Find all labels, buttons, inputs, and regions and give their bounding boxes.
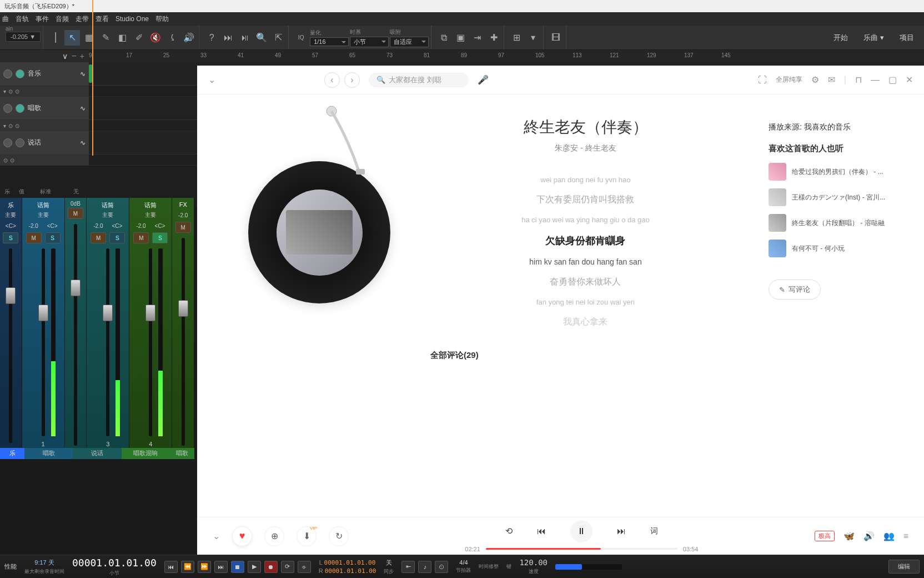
duplicate-icon[interactable]: ⧉ — [436, 30, 451, 46]
ripple-icon[interactable]: ⇥ — [469, 30, 485, 46]
expand-icon[interactable]: ⛶ — [758, 75, 767, 85]
add-playlist-icon[interactable]: ⊕ — [264, 526, 284, 546]
mixer-label[interactable]: 唱歌 — [24, 448, 73, 459]
project-button[interactable]: 项目 — [893, 31, 921, 45]
bend-tool-icon[interactable]: ⤹ — [164, 30, 180, 46]
gear-icon[interactable]: ⚙ — [811, 74, 819, 85]
track-arm-icon[interactable] — [16, 138, 24, 147]
zoom-icon[interactable]: 🔍 — [254, 30, 269, 46]
chevron-down-icon[interactable]: ▾ — [525, 30, 541, 46]
forward-icon[interactable]: ⏩ — [198, 561, 211, 573]
refresh-icon[interactable]: ↻ — [329, 526, 349, 546]
together-icon[interactable]: 👥 — [883, 531, 895, 541]
position-display[interactable]: 00001.01.01.00 — [72, 557, 157, 569]
mixer-label[interactable]: 唱歌混响 — [122, 448, 170, 459]
lyrics-toggle[interactable]: 词 — [650, 526, 658, 536]
track-arm-icon[interactable] — [16, 104, 24, 113]
mixer-label[interactable]: 唱歌 — [170, 448, 194, 459]
video-icon[interactable]: 🎞 — [548, 30, 564, 46]
zoom-slider[interactable] — [555, 564, 622, 570]
volume-icon[interactable]: 🔊 — [863, 531, 875, 541]
tool-marker-icon[interactable]: ⎮ — [48, 30, 63, 46]
range-tool-icon[interactable]: ▦ — [81, 30, 97, 46]
iq-label[interactable]: IQ — [293, 30, 309, 46]
timebase-select[interactable]: 小节 — [350, 37, 389, 47]
track-toggle-icon[interactable] — [3, 104, 12, 113]
nav-forward-icon[interactable]: › — [344, 72, 360, 88]
menu-item[interactable]: 曲 — [2, 14, 9, 24]
loop-icon[interactable]: ⟳ — [281, 561, 294, 573]
gain-value[interactable]: -0.205 ▼ — [6, 32, 41, 42]
eraser-tool-icon[interactable]: ◧ — [114, 30, 130, 46]
click-icon[interactable]: ♪ — [418, 561, 431, 573]
menu-item[interactable]: 查看 — [96, 14, 109, 24]
expand-icon[interactable]: ⌄ — [213, 531, 220, 541]
search-input[interactable]: 🔍 大家都在搜 刘聪 — [369, 73, 469, 87]
perf-label[interactable]: 性能 — [4, 562, 17, 571]
time-sig[interactable]: 4/4 — [459, 559, 468, 566]
tempo-value[interactable]: 120.00 — [519, 558, 548, 567]
quality-badge[interactable]: 极高 — [815, 531, 835, 541]
mixer-label[interactable]: 乐 — [0, 448, 24, 459]
grid-icon[interactable]: ⊞ — [509, 30, 524, 46]
mixer-channel[interactable]: 乐 主要 <C> S 乐 — [0, 198, 22, 459]
fullscreen-label[interactable]: 全屏纯享 — [776, 75, 802, 84]
edit-button[interactable]: 编辑 — [888, 560, 920, 574]
preroll-icon[interactable]: ⇤ — [401, 561, 415, 573]
shuffle-icon[interactable]: ⟲ — [505, 526, 513, 536]
close-icon[interactable]: ✕ — [906, 74, 913, 85]
comment-button[interactable]: ✎ 写评论 — [769, 280, 821, 300]
mixer-channel[interactable]: 0dB M 2 — [65, 198, 87, 459]
record-icon[interactable]: ⏺ — [264, 561, 278, 573]
pause-button[interactable]: ⏸ — [570, 520, 592, 542]
menu-item[interactable]: Studio One — [116, 15, 149, 23]
precount-icon[interactable]: ⏲ — [435, 561, 448, 573]
track-automation-icon[interactable]: ∿ — [80, 70, 86, 78]
rec-item[interactable]: 有何不可 - 何小玩 — [769, 240, 896, 257]
menu-item[interactable]: 走带 — [76, 14, 89, 24]
menu-item[interactable]: 音轨 — [16, 14, 29, 24]
mixer-channel[interactable]: 话筒 主要 -2.0<C> MS 4 自动:关 — [129, 198, 172, 459]
next-track-icon[interactable]: ⏭ — [617, 526, 626, 536]
track-automation-icon[interactable]: ∿ — [80, 104, 86, 112]
quantize-select[interactable]: 1/16 — [310, 37, 349, 46]
stop-icon[interactable]: ⏹ — [231, 561, 244, 573]
listen-tool-icon[interactable]: 🔊 — [181, 30, 197, 46]
collapse-icon[interactable]: ⌄ — [208, 74, 215, 85]
play-half-icon[interactable]: ⏭ — [220, 30, 236, 46]
mini-icon[interactable]: ⊓ — [855, 74, 862, 85]
pencil-tool-icon[interactable]: ✎ — [98, 30, 113, 46]
track-arm-icon[interactable] — [16, 69, 24, 78]
rec-item[interactable]: 王様のカデンツァ(Inst) - 宮川... — [769, 188, 896, 206]
prev-track-icon[interactable]: ⏮ — [537, 526, 546, 536]
go-start-icon[interactable]: ⏮ — [164, 561, 178, 573]
maximize-icon[interactable]: ▢ — [888, 74, 897, 85]
arrow-tool-icon[interactable]: ↖ — [64, 30, 80, 46]
start-button[interactable]: 开始 — [827, 31, 855, 45]
download-icon[interactable]: ⬇VIP — [297, 526, 317, 546]
split-icon[interactable]: ✚ — [486, 30, 501, 46]
minimize-icon[interactable]: — — [871, 75, 880, 85]
sync-off[interactable]: 关 — [386, 559, 392, 567]
source-label[interactable]: 播放来源: 我喜欢的音乐 — [769, 122, 896, 132]
mixer-channel[interactable]: FX -2.0 M 5 — [172, 198, 194, 459]
menu-item[interactable]: 音频 — [56, 14, 69, 24]
like-button[interactable]: ♥ — [232, 526, 252, 546]
song-button[interactable]: 乐曲 ▾ — [857, 31, 891, 45]
track-automation-icon[interactable]: ∿ — [80, 139, 86, 147]
mic-icon[interactable]: 🎤 — [478, 74, 489, 85]
loop-left[interactable]: 00001.01.01.00 — [324, 559, 376, 566]
timeline-ruler[interactable]: ∨ − + 9172533414957657381899710511312112… — [0, 50, 924, 62]
autopunch-icon[interactable]: ⎆ — [298, 561, 311, 573]
rewind-icon[interactable]: ⏪ — [181, 561, 194, 573]
effects-icon[interactable]: 🦋 — [843, 531, 855, 541]
zoom-out-icon[interactable]: − — [71, 51, 76, 61]
playlist-icon[interactable]: ≡ — [903, 531, 908, 541]
mixer-label[interactable]: 说话 — [73, 448, 121, 459]
rec-item[interactable]: 给爱过我的男孩们（伴奏） - ... — [769, 163, 896, 181]
comments-header[interactable]: 全部评论(29) — [430, 350, 479, 361]
nav-back-icon[interactable]: ‹ — [324, 72, 340, 88]
loop-right[interactable]: 00001.01.01.00 — [325, 567, 376, 575]
menu-item[interactable]: 帮助 — [155, 14, 169, 24]
mail-icon[interactable]: ✉ — [828, 74, 835, 85]
